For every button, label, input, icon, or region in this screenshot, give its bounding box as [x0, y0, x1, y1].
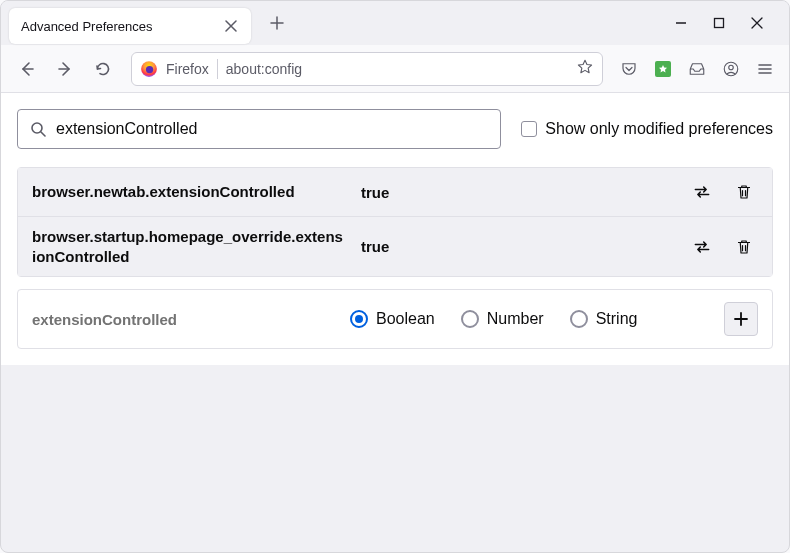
checkbox-icon — [521, 121, 537, 137]
svg-point-2 — [146, 65, 153, 72]
show-modified-label: Show only modified preferences — [545, 120, 773, 138]
new-pref-name: extensionControlled — [32, 311, 332, 328]
extension-icon[interactable] — [649, 55, 677, 83]
window-maximize-button[interactable] — [709, 13, 729, 33]
window-close-button[interactable] — [747, 13, 767, 33]
toggle-button[interactable] — [688, 178, 716, 206]
search-icon — [30, 121, 46, 137]
radio-icon — [461, 310, 479, 328]
urlbar-divider — [217, 59, 218, 79]
radio-icon — [570, 310, 588, 328]
toggle-button[interactable] — [688, 233, 716, 261]
urlbar-address: about:config — [226, 61, 568, 77]
radio-label: Number — [487, 310, 544, 328]
pocket-icon[interactable] — [615, 55, 643, 83]
back-button[interactable] — [11, 53, 43, 85]
type-radio-group: Boolean Number String — [350, 310, 706, 328]
add-pref-button[interactable] — [724, 302, 758, 336]
pref-search-input[interactable] — [56, 120, 488, 138]
pref-value: true — [361, 184, 674, 201]
type-radio-number[interactable]: Number — [461, 310, 544, 328]
new-pref-row: extensionControlled Boolean Number Strin… — [17, 289, 773, 349]
pref-row: browser.newtab.extensionControlled true — [18, 168, 772, 216]
delete-button[interactable] — [730, 233, 758, 261]
forward-button[interactable] — [49, 53, 81, 85]
firefox-logo-icon — [140, 60, 158, 78]
close-tab-icon[interactable] — [223, 18, 239, 34]
reload-button[interactable] — [87, 53, 119, 85]
pref-name: browser.startup.homepage_override.extens… — [32, 227, 347, 266]
pref-search-box[interactable] — [17, 109, 501, 149]
type-radio-boolean[interactable]: Boolean — [350, 310, 435, 328]
window-minimize-button[interactable] — [671, 13, 691, 33]
pref-value: true — [361, 238, 674, 255]
tab-title: Advanced Preferences — [21, 19, 153, 34]
account-icon[interactable] — [717, 55, 745, 83]
show-modified-checkbox[interactable]: Show only modified preferences — [521, 120, 773, 138]
pref-name: browser.newtab.extensionControlled — [32, 182, 347, 202]
radio-icon — [350, 310, 368, 328]
urlbar-product-label: Firefox — [166, 61, 209, 77]
new-tab-button[interactable] — [261, 7, 293, 39]
bookmark-star-icon[interactable] — [576, 58, 594, 79]
radio-label: String — [596, 310, 638, 328]
pref-results: browser.newtab.extensionControlled true … — [17, 167, 773, 277]
radio-label: Boolean — [376, 310, 435, 328]
delete-button[interactable] — [730, 178, 758, 206]
type-radio-string[interactable]: String — [570, 310, 638, 328]
inbox-icon[interactable] — [683, 55, 711, 83]
browser-tab[interactable]: Advanced Preferences — [9, 8, 251, 44]
pref-row: browser.startup.homepage_override.extens… — [18, 216, 772, 276]
hamburger-menu-icon[interactable] — [751, 55, 779, 83]
svg-point-4 — [729, 65, 734, 70]
svg-rect-0 — [715, 19, 724, 28]
address-bar[interactable]: Firefox about:config — [131, 52, 603, 86]
